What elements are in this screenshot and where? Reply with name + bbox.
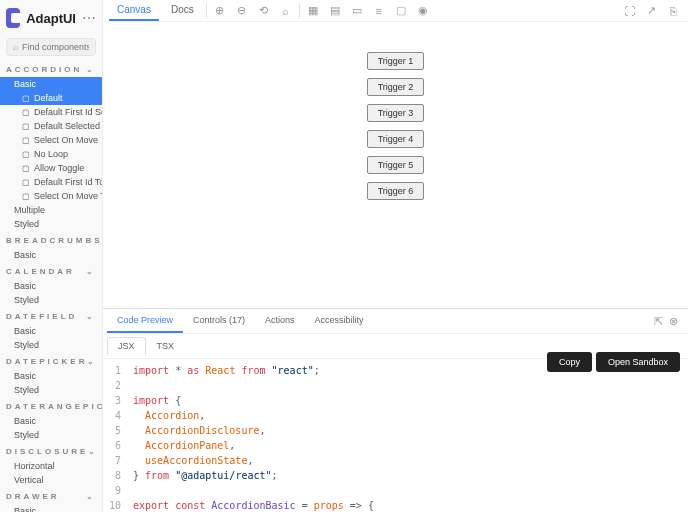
document-icon: ▢ — [22, 178, 30, 187]
tree-item[interactable]: Styled — [0, 383, 102, 397]
tree-item[interactable]: Basic — [0, 279, 102, 293]
main: Canvas Docs ⊕ ⊖ ⟲ ⌕ ▦ ▤ ▭ ≡ ▢ ◉ ⛶ ↗ ⎘ Tr… — [103, 0, 688, 512]
collapse-icon[interactable]: ⌄ — [86, 312, 96, 321]
trigger-button[interactable]: Trigger 1 — [367, 52, 425, 70]
tree-item-label: Basic — [14, 326, 36, 336]
trigger-button[interactable]: Trigger 4 — [367, 130, 425, 148]
code-area[interactable]: 12345678910111213141516171819 import * a… — [103, 359, 688, 512]
tree-item-label: Vertical — [14, 475, 44, 485]
tree-item-label: Horizontal — [14, 461, 55, 471]
addons-tabs: Code PreviewControls (17)ActionsAccessib… — [103, 309, 688, 334]
tree-item[interactable]: Multiple — [0, 203, 102, 217]
tree-section-header[interactable]: DATERANGEPICKER⌄ — [0, 399, 102, 414]
sidebar: AdaptUI ⋯ ⌕ ACCORDION⌄Basic▢Default▢Defa… — [0, 0, 103, 512]
addon-tab[interactable]: Controls (17) — [183, 309, 255, 333]
tree-item[interactable]: Styled — [0, 217, 102, 231]
canvas: Trigger 1Trigger 2Trigger 3Trigger 4Trig… — [103, 22, 688, 308]
tree-item[interactable]: Horizontal — [0, 459, 102, 473]
tree-section-header[interactable]: ACCORDION⌄ — [0, 62, 102, 77]
code-buttons: Copy Open Sandbox — [547, 352, 680, 372]
collapse-icon[interactable]: ⌄ — [87, 357, 97, 366]
tree-item[interactable]: ▢Default — [0, 91, 102, 105]
tab-canvas[interactable]: Canvas — [109, 0, 159, 21]
copy-button[interactable]: Copy — [547, 352, 592, 372]
tree-item-label: No Loop — [34, 149, 68, 159]
tree-item-label: Select On Move — [34, 135, 98, 145]
search-box[interactable]: ⌕ — [6, 38, 96, 56]
tree-item[interactable]: Basic — [0, 77, 102, 91]
tree-item-label: Styled — [14, 295, 39, 305]
addon-tab[interactable]: Code Preview — [107, 309, 183, 333]
search-input[interactable] — [22, 42, 89, 52]
zoom-in-icon[interactable]: ⊕ — [211, 2, 229, 20]
tree-item-label: Allow Toggle — [34, 163, 84, 173]
document-icon: ▢ — [22, 192, 30, 201]
sandbox-button[interactable]: Open Sandbox — [596, 352, 680, 372]
addon-tab[interactable]: Actions — [255, 309, 305, 333]
tree-item[interactable]: Basic — [0, 414, 102, 428]
toolbar-divider — [206, 4, 207, 18]
tree-item-label: Basic — [14, 281, 36, 291]
tree-item-label: Basic — [14, 416, 36, 426]
background-icon[interactable]: ▦ — [304, 2, 322, 20]
tree-item[interactable]: Basic — [0, 369, 102, 383]
tree-item[interactable]: Basic — [0, 324, 102, 338]
tree-section-header[interactable]: BREADCRUMBS⌄ — [0, 233, 102, 248]
tree-section-header[interactable]: DATEPICKER⌄ — [0, 354, 102, 369]
tree-item[interactable]: Vertical — [0, 473, 102, 487]
document-icon: ▢ — [22, 150, 30, 159]
collapse-icon[interactable]: ⌄ — [86, 492, 96, 501]
document-icon: ▢ — [22, 136, 30, 145]
close-icon[interactable]: ⊗ — [669, 315, 678, 328]
addons-right: ⇱ ⊗ — [654, 315, 684, 328]
tree-item[interactable]: ▢Select On Move Toggle — [0, 189, 102, 203]
lang-jsx[interactable]: JSX — [107, 337, 146, 355]
grid-icon[interactable]: ▤ — [326, 2, 344, 20]
tree-section-header[interactable]: CALENDAR⌄ — [0, 264, 102, 279]
eject-icon[interactable]: ⇱ — [654, 315, 663, 328]
tree-item-label: Styled — [14, 430, 39, 440]
tree-item[interactable]: Basic — [0, 248, 102, 262]
tree-item-label: Basic — [14, 371, 36, 381]
trigger-button[interactable]: Trigger 5 — [367, 156, 425, 174]
measure-icon[interactable]: ≡ — [370, 2, 388, 20]
zoom-out-icon[interactable]: ⊖ — [233, 2, 251, 20]
code-toolbar: JSX TSX Copy Open Sandbox — [103, 334, 688, 359]
tree-section-header[interactable]: DRAWER⌄ — [0, 489, 102, 504]
document-icon: ▢ — [22, 94, 30, 103]
menu-dots-icon[interactable]: ⋯ — [82, 10, 96, 26]
document-icon: ▢ — [22, 122, 30, 131]
lang-tsx[interactable]: TSX — [146, 337, 186, 355]
viewport-size-icon[interactable]: ▭ — [348, 2, 366, 20]
accessibility-icon[interactable]: ◉ — [414, 2, 432, 20]
tree-item[interactable]: ▢Allow Toggle — [0, 161, 102, 175]
fullscreen-icon[interactable]: ⛶ — [620, 2, 638, 20]
collapse-icon[interactable]: ⌄ — [86, 267, 96, 276]
outline-icon[interactable]: ▢ — [392, 2, 410, 20]
tree-item[interactable]: ▢Default First Id Toggle — [0, 175, 102, 189]
trigger-button[interactable]: Trigger 3 — [367, 104, 425, 122]
tree-item[interactable]: Basic — [0, 504, 102, 512]
tree-section-header[interactable]: DATEFIELD⌄ — [0, 309, 102, 324]
tree-item[interactable]: Styled — [0, 428, 102, 442]
tree-item[interactable]: Styled — [0, 293, 102, 307]
tree-item[interactable]: ▢Default Selected — [0, 119, 102, 133]
tree-item[interactable]: ▢Default First Id Selected — [0, 105, 102, 119]
addon-tab[interactable]: Accessibility — [305, 309, 374, 333]
tree-item-label: Basic — [14, 250, 36, 260]
tree-item[interactable]: Styled — [0, 338, 102, 352]
collapse-icon[interactable]: ⌄ — [88, 447, 98, 456]
tree-section-header[interactable]: DISCLOSURE⌄ — [0, 444, 102, 459]
zoom-reset-icon[interactable]: ⟲ — [255, 2, 273, 20]
collapse-icon[interactable]: ⌄ — [86, 65, 96, 74]
viewport-icon[interactable]: ⌕ — [277, 2, 295, 20]
tab-docs[interactable]: Docs — [163, 0, 202, 21]
open-new-icon[interactable]: ↗ — [642, 2, 660, 20]
document-icon: ▢ — [22, 108, 30, 117]
tree-item[interactable]: ▢Select On Move — [0, 133, 102, 147]
trigger-button[interactable]: Trigger 2 — [367, 78, 425, 96]
tree-item[interactable]: ▢No Loop — [0, 147, 102, 161]
link-icon[interactable]: ⎘ — [664, 2, 682, 20]
trigger-button[interactable]: Trigger 6 — [367, 182, 425, 200]
tree-item-label: Styled — [14, 385, 39, 395]
